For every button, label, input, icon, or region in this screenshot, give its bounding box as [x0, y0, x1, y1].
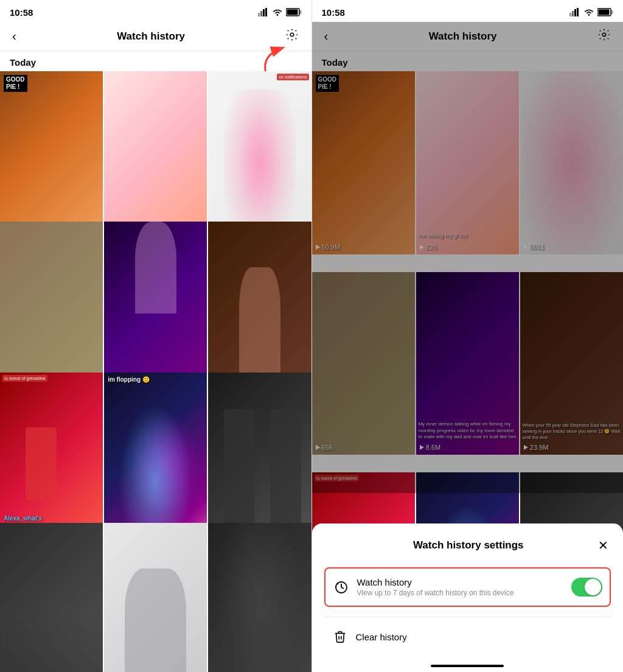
svg-rect-2	[263, 9, 265, 16]
svg-rect-3	[265, 8, 267, 16]
left-settings-button[interactable]	[283, 26, 301, 47]
watch-history-toggle[interactable]	[571, 578, 602, 597]
watch-history-label: Watch history	[357, 577, 572, 587]
video-thumb-11[interactable]: 2.2M	[104, 523, 207, 672]
svg-rect-1	[260, 11, 262, 16]
right-status-time: 10:58	[322, 7, 345, 18]
left-back-button[interactable]: ‹	[10, 27, 19, 46]
wifi-icon	[272, 8, 283, 16]
notification-3: ce notifications	[277, 74, 308, 80]
watch-history-icon	[333, 579, 350, 596]
left-status-icons	[258, 8, 302, 16]
left-page-title: Watch history	[117, 30, 185, 43]
watch-history-text: Watch history View up to 7 days of watch…	[357, 577, 572, 597]
signal-icon	[258, 8, 269, 16]
sheet-title: Watch history settings	[341, 539, 596, 551]
right-phone-panel: 10:58 ‹ Watch history	[312, 0, 624, 672]
home-indicator	[431, 665, 504, 667]
battery-icon-right	[597, 8, 613, 16]
svg-point-8	[291, 33, 294, 37]
left-video-grid: GOODPIE ! 50.9M me asking my gf out 226 …	[0, 71, 312, 672]
svg-rect-13	[577, 8, 579, 16]
svg-rect-12	[574, 9, 576, 16]
right-status-bar: 10:58	[312, 0, 624, 22]
svg-rect-6	[299, 10, 301, 14]
watch-history-settings-sheet: Watch history settings ✕ Watch history V…	[312, 523, 624, 672]
svg-rect-10	[569, 13, 571, 16]
svg-rect-11	[572, 11, 574, 16]
video-thumb-12[interactable]: 790	[208, 523, 311, 672]
svg-rect-0	[258, 13, 260, 16]
sheet-header: Watch history settings ✕	[324, 536, 611, 555]
svg-point-14	[588, 14, 590, 16]
clear-history-label: Clear history	[356, 632, 407, 642]
left-phone-panel: 10:58 ‹ Watch history	[0, 0, 312, 672]
trash-icon	[332, 628, 349, 645]
watch-history-sublabel: View up to 7 days of watch history on th…	[357, 589, 572, 597]
left-status-time: 10:58	[10, 7, 33, 18]
video-thumb-10[interactable]: LIKED THEMCOOKED ?! 45.5M	[0, 523, 103, 672]
svg-rect-17	[599, 10, 610, 15]
clear-history-row[interactable]: Clear history	[324, 620, 611, 654]
caption-8: im flopping 🙁	[108, 376, 150, 383]
wifi-icon-right	[583, 8, 594, 16]
watch-history-row[interactable]: Watch history View up to 7 days of watch…	[324, 567, 611, 607]
battery-icon	[286, 8, 302, 16]
svg-point-4	[276, 14, 278, 16]
left-nav-bar: ‹ Watch history	[0, 22, 312, 51]
sheet-divider	[324, 617, 611, 617]
video-label-goodpie: GOODPIE !	[4, 75, 27, 92]
signal-icon-right	[569, 8, 580, 16]
svg-rect-7	[287, 10, 298, 15]
toggle-knob	[585, 579, 601, 595]
grenadine-badge: ¼ ounce of grenadine	[2, 375, 47, 382]
left-section-today: Today	[0, 51, 312, 71]
left-status-bar: 10:58	[0, 0, 312, 22]
overlay-dim	[312, 22, 624, 493]
right-status-icons	[569, 8, 613, 16]
svg-rect-16	[611, 10, 613, 14]
sheet-close-button[interactable]: ✕	[596, 536, 611, 555]
